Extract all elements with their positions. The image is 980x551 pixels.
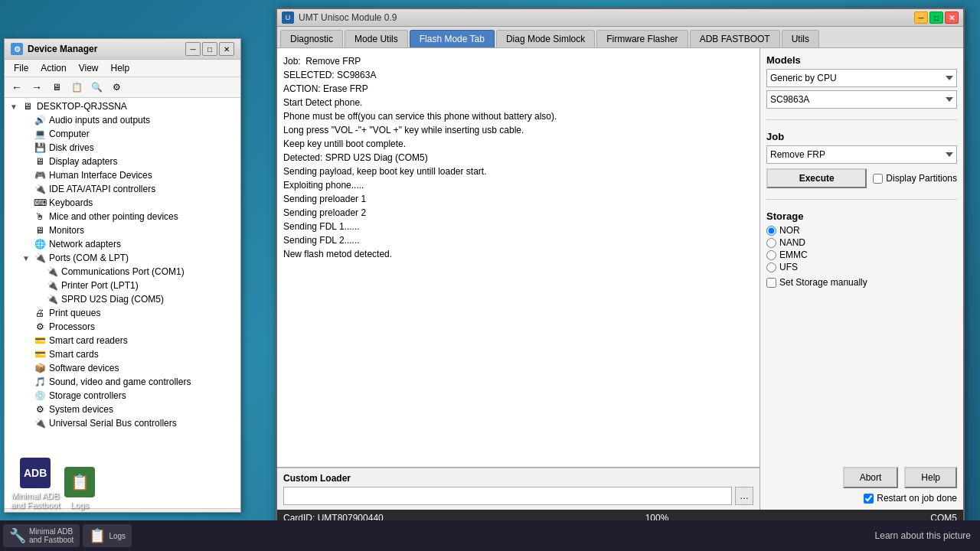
tab-mode-utils[interactable]: Mode Utils [345,30,408,47]
log-line: Start Detect phone. [283,96,753,109]
dm-scan-button[interactable]: 🔍 [87,79,106,96]
dm-tree-item[interactable]: 💳 Smart cards [6,347,239,361]
log-line: Sending preloader 1 [283,192,753,206]
dm-root-item[interactable]: ▼ 🖥 DESKTOP-QRJSSNA [6,99,239,113]
umt-window-controls: ─ □ ✕ [914,11,959,24]
device-manager-window: ⚙ Device Manager ─ □ ✕ File Action View … [4,38,241,513]
dm-tree-item[interactable]: 🎮 Human Interface Devices [6,168,239,182]
dm-tree-item[interactable]: 🔊 Audio inputs and outputs [6,113,239,127]
model-dropdown[interactable]: Generic by CPU Other Model [766,69,957,87]
dm-item-label: Audio inputs and outputs [49,115,150,126]
dm-item-icon: 💾 [34,142,46,154]
dm-maximize-button[interactable]: □ [202,42,217,56]
dm-tree-child-item[interactable]: 🔌 Communications Port (COM1) [6,265,239,279]
dm-menu-view[interactable]: View [73,61,105,75]
storage-nor-radio[interactable] [766,226,776,236]
restart-label: Restart on job done [877,493,957,504]
storage-nand-row: NAND [766,237,957,248]
umt-minimize-button[interactable]: ─ [914,11,928,24]
dm-tree-item[interactable]: 💻 Computer [6,127,239,141]
dm-tree-child-item[interactable]: 🔌 Printer Port (LPT1) [6,279,239,292]
dm-item-expand [21,171,31,180]
tab-diag-mode-simlock[interactable]: Diag Mode Simlock [496,30,595,47]
tab-utils[interactable]: Utils [782,30,819,47]
dm-tree-item[interactable]: 🔌 IDE ATA/ATAPI controllers [6,182,239,196]
log-line: Sending FDL 2...... [283,233,753,247]
custom-loader-input[interactable] [283,487,732,505]
logs-icon: 📋 [64,467,95,497]
storage-radio-group: NOR NAND EMMC UFS [766,225,957,272]
dm-child-icon: 🔌 [46,266,58,278]
job-dropdown[interactable]: Remove FRP Full Erase Read Info [766,145,957,164]
umt-maximize-button[interactable]: □ [929,11,943,24]
dm-tree-item[interactable]: 📦 Software devices [6,361,239,375]
dm-child-label: SPRD U2S Diag (COM5) [61,294,164,305]
dm-item-expand [21,391,31,400]
log-line: Sending preloader 2 [283,206,753,220]
dm-tree-item[interactable]: 🖥 Display adapters [6,155,239,168]
dm-menu-action[interactable]: Action [34,61,72,75]
dm-menu-file[interactable]: File [8,61,34,75]
log-line: Job: Remove FRP [283,54,753,68]
storage-emmc-radio[interactable] [766,250,776,260]
tab-diagnostic[interactable]: Diagnostic [280,30,343,47]
dm-tree-item[interactable]: 🖥 Monitors [6,223,239,237]
storage-nand-radio[interactable] [766,238,776,248]
dm-tree-item[interactable]: ⌨ Keyboards [6,196,239,210]
dm-item-icon: 🖱 [34,210,46,223]
restart-checkbox[interactable] [864,494,874,504]
dm-device-button[interactable]: ⚙ [107,79,126,96]
tab-firmware-flasher[interactable]: Firmware Flasher [596,30,688,47]
execute-button[interactable]: Execute [766,168,867,188]
umt-title-left: U UMT Unisoc Module 0.9 [282,11,397,24]
dm-tree-item[interactable]: 🖱 Mice and other pointing devices [6,210,239,223]
dm-forward-button[interactable]: → [28,79,46,96]
dm-tree-item[interactable]: ⚙ System devices [6,403,239,416]
taskbar-right-info: Learn about this picture [875,530,977,541]
storage-emmc-row: EMMC [766,249,957,260]
help-button[interactable]: Help [904,467,957,488]
dm-tree-item[interactable]: ▼ 🔌 Ports (COM & LPT) [6,251,239,265]
dm-close-button[interactable]: ✕ [219,42,234,56]
abort-button[interactable]: Abort [843,467,899,488]
dm-item-expand [21,322,31,331]
dm-tree-item[interactable]: 🎵 Sound, video and game controllers [6,375,239,389]
dm-titlebar: ⚙ Device Manager ─ □ ✕ [5,39,240,60]
taskbar-item-adb[interactable]: 🔧 Minimal ADBand Fastboot [3,524,80,547]
dm-item-icon: 💻 [34,128,46,140]
dm-child-label: Communications Port (COM1) [61,266,185,277]
dm-root-expand: ▼ [9,102,18,111]
dm-properties-button[interactable]: 📋 [67,79,86,96]
dm-child-expand [34,295,43,304]
dm-item-icon: 🔌 [34,252,46,264]
desktop-icon-adb[interactable]: ADB Minimal ADBand Fastboot [8,455,63,513]
dm-tree-item[interactable]: 🔌 Universal Serial Bus controllers [6,416,239,430]
umt-title: UMT Unisoc Module 0.9 [299,12,397,23]
restart-row: Restart on job done [766,493,957,504]
dm-minimize-button[interactable]: ─ [185,42,201,56]
storage-ufs-radio[interactable] [766,262,776,272]
dm-tree-item[interactable]: 💿 Storage controllers [6,389,239,403]
dm-tree-item[interactable]: 🖨 Print queues [6,306,239,320]
dm-computer-button[interactable]: 🖥 [47,79,66,96]
dm-tree-item[interactable]: 💳 Smart card readers [6,334,239,347]
desktop-icon-logs[interactable]: 📋 Logs [61,464,98,513]
dm-tree-item[interactable]: 🌐 Network adapters [6,237,239,251]
custom-loader-browse-button[interactable]: … [735,487,753,505]
umt-close-button[interactable]: ✕ [945,11,959,24]
tab-adb-fastboot[interactable]: ADB FASTBOOT [690,30,780,47]
dm-back-button[interactable]: ← [8,79,26,96]
dm-menu-help[interactable]: Help [105,61,136,75]
set-storage-manually-checkbox[interactable] [766,278,776,288]
tab-flash-mode[interactable]: Flash Mode Tab [410,30,495,47]
dm-tree-child-item[interactable]: 🔌 SPRD U2S Diag (COM5) [6,292,239,306]
storage-ufs-row: UFS [766,262,957,272]
storage-ufs-label: UFS [779,262,798,272]
dm-tree-item[interactable]: 💾 Disk drives [6,141,239,155]
storage-nor-label: NOR [779,225,800,236]
taskbar-item-logs[interactable]: 📋 Logs [83,524,132,547]
dm-toolbar: ← → 🖥 📋 🔍 ⚙ [5,77,240,98]
sub-model-dropdown[interactable]: SC9863A Other [766,90,957,109]
dm-tree-item[interactable]: ⚙ Processors [6,320,239,334]
display-partitions-checkbox[interactable] [873,174,883,184]
